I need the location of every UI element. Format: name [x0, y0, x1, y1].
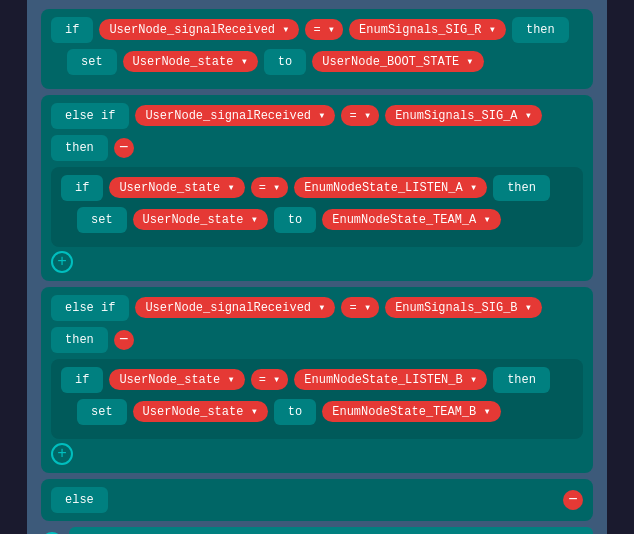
inner-set-value-1[interactable]: EnumNodeState_TEAM_A ▾	[322, 209, 500, 230]
plus-button-ei1[interactable]: +	[51, 251, 73, 273]
enum-pill-ei1[interactable]: EnumSignals_SIG_A ▾	[385, 105, 542, 126]
inner-set-kw-2: set	[77, 399, 127, 425]
plus-button-ei2[interactable]: +	[51, 443, 73, 465]
set-value-pill-1[interactable]: UserNode_BOOT_STATE ▾	[312, 51, 483, 72]
enum-pill-ei2[interactable]: EnumSignals_SIG_B ▾	[385, 297, 542, 318]
set-keyword-1: set	[67, 49, 117, 75]
else-label: else	[65, 493, 94, 507]
else-keyword-block: else	[51, 487, 108, 513]
signal-pill-ei2[interactable]: UserNode_signalReceived ▾	[135, 297, 335, 318]
signal-text-1: UserNode_signalReceived ▾	[109, 22, 289, 37]
inner-if-block-1: if UserNode_state ▾ = ▾ EnumNodeState_LI…	[51, 167, 583, 247]
else-block: else −	[41, 479, 593, 521]
inner-set-value-2[interactable]: EnumNodeState_TEAM_B ▾	[322, 401, 500, 422]
minus-button-ei2[interactable]: −	[114, 330, 134, 350]
then-label-1: then	[526, 23, 555, 37]
signal-pill-1[interactable]: UserNode_signalReceived ▾	[99, 19, 299, 40]
else-if-keyword-2: else if	[51, 295, 129, 321]
state-pill-1[interactable]: UserNode_state ▾	[123, 51, 258, 72]
inner-state-pill-2[interactable]: UserNode_state ▾	[109, 369, 244, 390]
to-keyword-1: to	[264, 49, 306, 75]
minus-button-else[interactable]: −	[563, 490, 583, 510]
inner-if-keyword-1: if	[61, 175, 103, 201]
inner-then-2: then	[493, 367, 550, 393]
function-block: function onDatagramRecipt if UserNode_si…	[27, 0, 607, 534]
elseif-row-2: else if UserNode_signalReceived ▾ = ▾ En…	[51, 295, 583, 353]
if-keyword-block: if	[51, 17, 93, 43]
if-row-1: if UserNode_signalReceived ▾ = ▾ EnumSig…	[51, 17, 583, 43]
elseif-block-2: else if UserNode_signalReceived ▾ = ▾ En…	[41, 287, 593, 473]
bottom-row: +	[41, 527, 593, 535]
inner-to-kw-1: to	[274, 207, 316, 233]
bottom-bar	[69, 527, 593, 535]
inner-value-pill-1[interactable]: EnumNodeState_LISTEN_A ▾	[294, 177, 487, 198]
op-pill-ei1[interactable]: = ▾	[341, 105, 379, 126]
op-pill-1[interactable]: = ▾	[305, 19, 343, 40]
inner-state-pill-1[interactable]: UserNode_state ▾	[109, 177, 244, 198]
inner-set-state-1[interactable]: UserNode_state ▾	[133, 209, 268, 230]
inner-set-state-2[interactable]: UserNode_state ▾	[133, 401, 268, 422]
else-if-keyword-1: else if	[51, 103, 129, 129]
if-label: if	[65, 23, 79, 37]
minus-button-ei1[interactable]: −	[114, 138, 134, 158]
inner-if-row-1: if UserNode_state ▾ = ▾ EnumNodeState_LI…	[61, 175, 573, 201]
inner-to-kw-2: to	[274, 399, 316, 425]
inner-set-kw-1: set	[77, 207, 127, 233]
enum-pill-1[interactable]: EnumSignals_SIG_R ▾	[349, 19, 506, 40]
inner-set-row-2: set UserNode_state ▾ to EnumNodeState_TE…	[61, 399, 573, 425]
elseif-row-1: else if UserNode_signalReceived ▾ = ▾ En…	[51, 103, 583, 161]
inner-then-1: then	[493, 175, 550, 201]
inner-value-pill-2[interactable]: EnumNodeState_LISTEN_B ▾	[294, 369, 487, 390]
then-block-1: then	[512, 17, 569, 43]
signal-pill-ei1[interactable]: UserNode_signalReceived ▾	[135, 105, 335, 126]
inner-op-pill-1[interactable]: = ▾	[251, 177, 289, 198]
inner-set-row-1: set UserNode_state ▾ to EnumNodeState_TE…	[61, 207, 573, 233]
inner-if-row-2: if UserNode_state ▾ = ▾ EnumNodeState_LI…	[61, 367, 573, 393]
then-block-ei1: then	[51, 135, 108, 161]
inner-if-block-2: if UserNode_state ▾ = ▾ EnumNodeState_LI…	[51, 359, 583, 439]
then-block-ei2: then	[51, 327, 108, 353]
if-block-1: if UserNode_signalReceived ▾ = ▾ EnumSig…	[41, 9, 593, 89]
op-pill-ei2[interactable]: = ▾	[341, 297, 379, 318]
enum-text-1: EnumSignals_SIG_R ▾	[359, 22, 496, 37]
set-row-1: set UserNode_state ▾ to UserNode_BOOT_ST…	[51, 49, 583, 75]
inner-if-keyword-2: if	[61, 367, 103, 393]
elseif-block-1: else if UserNode_signalReceived ▾ = ▾ En…	[41, 95, 593, 281]
inner-op-pill-2[interactable]: = ▾	[251, 369, 289, 390]
